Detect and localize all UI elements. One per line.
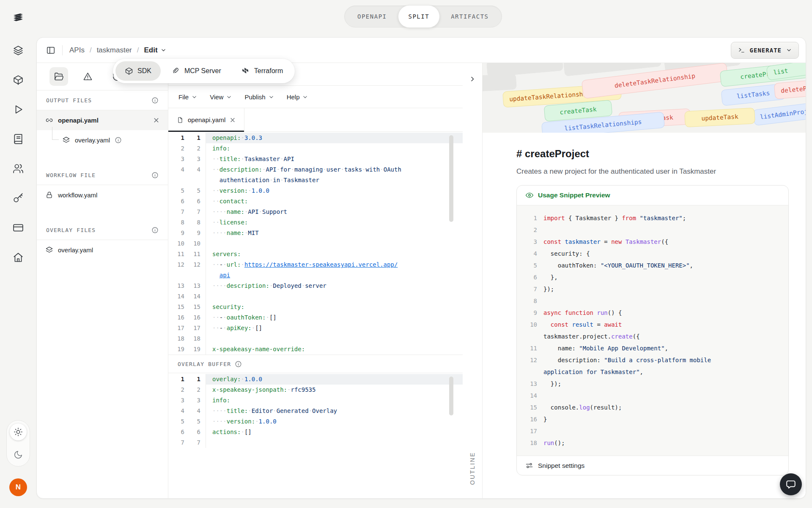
code-line[interactable]: 66··contact: (168, 196, 463, 207)
menu-publish[interactable]: Publish (244, 93, 274, 101)
code-line[interactable]: 7}); (524, 283, 781, 295)
code-line[interactable]: 55··version:·1.0.0 (168, 186, 463, 196)
file-row-overlay[interactable]: overlay.yaml (37, 240, 168, 260)
docs-nav-item[interactable] (12, 133, 25, 145)
code-line[interactable]: 77····name:·API·Support (168, 207, 463, 217)
code-line[interactable]: 22x-speakeasy-jsonpath:·rfc9535 (168, 385, 463, 395)
chat-bubble-button[interactable] (780, 473, 802, 495)
code-line[interactable]: 18run(); (524, 437, 781, 449)
users-nav-item[interactable] (12, 162, 25, 175)
code-line[interactable]: 11overlay:·1.0.0 (168, 374, 463, 385)
view-tab-artifacts[interactable]: ARTIFACTS (441, 7, 499, 26)
outline-label[interactable]: OUTLINE (469, 452, 476, 485)
close-file-icon[interactable] (153, 117, 159, 123)
generate-button[interactable]: GENERATE (731, 42, 799, 59)
code-line[interactable]: 1212··-·url:·https://taskmaster-speakeas… (168, 259, 463, 270)
code-line[interactable]: 1313····description:·Deployed·server (168, 281, 463, 291)
apis-nav-item[interactable] (12, 44, 25, 57)
code-line[interactable]: 33info: (168, 395, 463, 406)
info-icon[interactable] (115, 137, 122, 144)
code-line[interactable]: 44··description:·API·for·managing·user·t… (168, 164, 463, 175)
code-line[interactable]: 8 (524, 295, 781, 307)
user-avatar[interactable]: N (9, 478, 27, 496)
info-icon[interactable] (151, 227, 159, 234)
panel-toggle-icon[interactable] (46, 46, 55, 55)
code-line[interactable]: 1919x-speakeasy-name-override: (168, 344, 463, 355)
api-keys-nav-item[interactable] (12, 192, 25, 205)
speakeasy-logo[interactable] (11, 11, 25, 25)
menu-help[interactable]: Help (287, 93, 308, 101)
code-line[interactable]: application for Taskmaster", (524, 366, 781, 378)
code-line[interactable]: 1717··-·apiKey:·[] (168, 323, 463, 333)
menu-view[interactable]: View (210, 93, 232, 101)
code-line[interactable]: 88··license: (168, 217, 463, 228)
code-line[interactable]: 1111servers: (168, 249, 463, 259)
breadcrumb-edit-dropdown[interactable]: Edit (144, 46, 166, 55)
code-line[interactable]: 16} (524, 413, 781, 425)
code-line[interactable]: 5 oauthToken: "<YOUR_OAUTH_TOKEN_HERE>", (524, 259, 781, 271)
breadcrumb-taskmaster[interactable]: taskmaster (97, 46, 132, 55)
view-tab-split[interactable]: SPLIT (398, 5, 440, 28)
info-icon[interactable] (235, 361, 242, 368)
overlay-scrollbar[interactable] (449, 377, 453, 415)
sdks-nav-item[interactable] (12, 74, 25, 86)
code-line[interactable]: 66actions:·[] (168, 427, 463, 437)
dark-mode-button[interactable] (10, 446, 27, 463)
tab-openapi-yaml[interactable]: openapi.yaml (168, 108, 244, 131)
code-line[interactable]: 1010 (168, 238, 463, 249)
close-tab-icon[interactable] (230, 117, 236, 123)
home-nav-item[interactable] (12, 251, 25, 264)
info-icon[interactable] (151, 172, 159, 179)
code-line[interactable]: 4 security: { (524, 248, 781, 259)
code-line[interactable]: api (168, 270, 463, 281)
code-line[interactable]: 1414 (168, 291, 463, 302)
code-line[interactable]: 1616··-·oauthToken:·[] (168, 312, 463, 323)
files-tab-icon[interactable] (49, 67, 68, 86)
snippet-settings-button[interactable]: Snippet settings (517, 456, 788, 475)
info-icon[interactable] (151, 97, 159, 104)
file-row-overlay-child[interactable]: overlay.yaml (37, 130, 168, 150)
billing-nav-item[interactable] (12, 221, 25, 234)
code-line[interactable]: 9async function run() { (524, 307, 781, 319)
target-tab-terraform[interactable]: Terraform (232, 61, 292, 81)
breadcrumb-apis[interactable]: APIs (69, 46, 85, 55)
code-line[interactable]: 15 console.log(result); (524, 401, 781, 413)
code-line[interactable]: 2 (524, 224, 781, 236)
code-line[interactable]: 17 (524, 425, 781, 437)
code-line[interactable]: authentication·in·Taskmaster (168, 175, 463, 186)
code-line[interactable]: 44····title:·Editor·Generated·Overlay (168, 406, 463, 416)
code-text: actions:·[] (206, 427, 463, 437)
yaml-editor[interactable]: 11openapi:·3.0.322info:33··title:·Taskma… (168, 132, 463, 355)
warnings-tab-icon[interactable] (79, 67, 97, 86)
target-tab-mcp-server[interactable]: MCP Server (162, 61, 230, 81)
line-number: 2 (184, 143, 206, 154)
overlay-buffer-editor[interactable]: 11overlay:·1.0.022x-speakeasy-jsonpath:·… (168, 373, 463, 498)
menu-file[interactable]: File (178, 93, 197, 101)
code-line[interactable]: 22info: (168, 143, 463, 154)
code-line[interactable]: 10 const result = await (524, 319, 781, 330)
code-line[interactable]: 1515security: (168, 302, 463, 312)
code-line[interactable]: taskmaster.project.create({ (524, 330, 781, 342)
code-line[interactable]: 99····name:·MIT (168, 228, 463, 238)
code-text: ····name:·MIT (206, 228, 463, 238)
view-tab-openapi[interactable]: OPENAPI (347, 7, 397, 26)
code-line[interactable]: 1import { Taskmaster } from "taskmaster"… (524, 212, 781, 224)
code-line[interactable]: 55····version:·1.0.0 (168, 416, 463, 427)
code-line[interactable]: 33··title:·Taskmaster·API (168, 154, 463, 164)
collapse-panel-icon[interactable] (469, 76, 476, 82)
code-line[interactable]: 13 }); (524, 378, 781, 390)
code-line[interactable]: 11 name: "Mobile App Development", (524, 342, 781, 354)
code-line[interactable]: 77 (168, 437, 463, 448)
code-line[interactable]: 11openapi:·3.0.3 (168, 133, 463, 143)
code-line[interactable]: 6 }, (524, 271, 781, 283)
target-tab-sdk[interactable]: SDK (115, 61, 161, 81)
file-row-workflow[interactable]: workflow.yaml (37, 185, 168, 205)
code-line[interactable]: 3const taskmaster = new Taskmaster({ (524, 236, 781, 248)
runs-nav-item[interactable] (12, 103, 25, 116)
light-mode-button[interactable] (10, 423, 27, 440)
snippet-code[interactable]: 1import { Taskmaster } from "taskmaster"… (517, 205, 788, 456)
code-line[interactable]: 12 description: "Build a cross-platform … (524, 354, 781, 366)
editor-scrollbar[interactable] (449, 135, 453, 222)
code-line[interactable]: 14 (524, 390, 781, 401)
code-line[interactable]: 1818 (168, 333, 463, 344)
